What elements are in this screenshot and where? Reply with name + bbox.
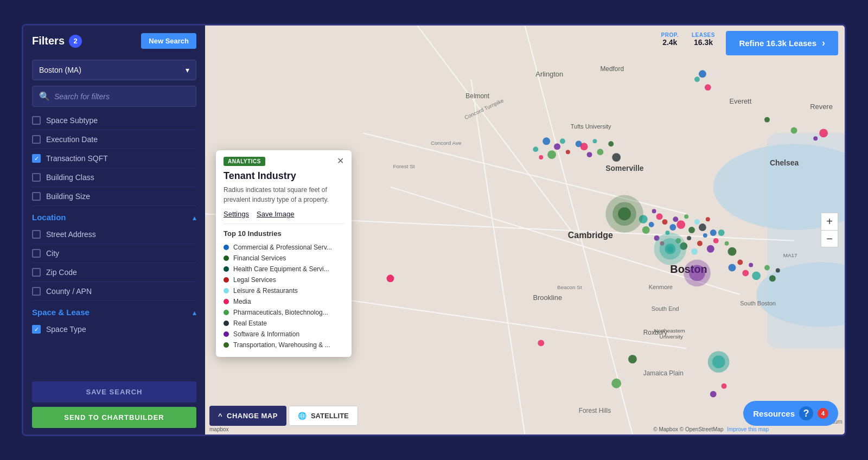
svg-point-78 bbox=[539, 155, 543, 159]
svg-text:Tufts University: Tufts University bbox=[571, 123, 611, 130]
filter-building-size: Building Size bbox=[32, 187, 196, 206]
industry-name: Financial Services bbox=[233, 254, 286, 262]
popup-description: Radius indicates total square feet of pr… bbox=[216, 185, 352, 210]
refine-button[interactable]: Refine 16.3k Leases › bbox=[726, 31, 838, 55]
checkbox-city[interactable] bbox=[32, 249, 41, 258]
industry-dot bbox=[224, 321, 229, 326]
industry-item: Transportation, Warehousing & ... bbox=[224, 340, 344, 350]
sidebar-filters-list: Space Subtype Execution Date Transaction… bbox=[23, 111, 205, 375]
svg-point-110 bbox=[791, 127, 797, 134]
svg-point-82 bbox=[566, 150, 570, 154]
chevron-up-icon-location: ▴ bbox=[193, 213, 196, 222]
popup-actions: Settings Save Image bbox=[216, 210, 352, 223]
svg-point-39 bbox=[649, 222, 654, 227]
filter-label-transaction-sqft: Transaction SQFT bbox=[46, 154, 108, 163]
filter-label-building-class: Building Class bbox=[46, 173, 94, 182]
checkbox-county-apn[interactable] bbox=[32, 287, 41, 296]
section-header-space-lease[interactable]: Space & Lease ▴ bbox=[32, 301, 196, 320]
checkbox-zip-code[interactable] bbox=[32, 268, 41, 277]
svg-point-49 bbox=[688, 227, 695, 233]
svg-point-86 bbox=[593, 139, 597, 143]
svg-point-112 bbox=[819, 129, 828, 137]
industry-item: Leisure & Restaurants bbox=[224, 285, 344, 296]
svg-point-92 bbox=[628, 355, 637, 363]
checkbox-space-subtype[interactable] bbox=[32, 116, 41, 125]
send-chartbuilder-button[interactable]: SEND TO CHARTBUILDER bbox=[32, 407, 196, 428]
industry-dot bbox=[224, 299, 229, 304]
filter-space-subtype: Space Subtype bbox=[32, 111, 196, 130]
filter-label-execution-date: Execution Date bbox=[46, 135, 98, 144]
industry-dot bbox=[224, 310, 229, 315]
market-select-value: Boston (MA) bbox=[39, 66, 81, 74]
svg-text:Somerville: Somerville bbox=[605, 164, 643, 173]
svg-point-47 bbox=[676, 220, 685, 229]
zoom-in-button[interactable]: + bbox=[821, 213, 838, 230]
svg-point-90 bbox=[387, 274, 394, 282]
sidebar-footer: SAVE SEARCH SEND TO CHARTBUILDER bbox=[23, 375, 205, 435]
svg-text:Concord Ave: Concord Ave bbox=[431, 140, 462, 146]
industry-name: Leisure & Restaurants bbox=[233, 287, 298, 295]
search-filters-box[interactable]: 🔍 Search for filters bbox=[32, 86, 196, 107]
industry-dot bbox=[224, 245, 229, 250]
filter-space-type: Space Type bbox=[32, 320, 196, 338]
svg-point-61 bbox=[697, 241, 703, 246]
checkbox-building-class[interactable] bbox=[32, 173, 41, 182]
satellite-button[interactable]: 🌐 SATELLITE bbox=[289, 406, 358, 426]
svg-text:Northeastern: Northeastern bbox=[654, 328, 685, 334]
resources-button[interactable]: Resources ? 4 bbox=[743, 401, 838, 426]
market-select[interactable]: Boston (MA) ▾ bbox=[32, 60, 196, 80]
svg-point-46 bbox=[673, 216, 678, 222]
svg-text:Medford: Medford bbox=[600, 65, 624, 73]
settings-link[interactable]: Settings bbox=[224, 210, 249, 218]
industry-item: Financial Services bbox=[224, 253, 344, 264]
svg-point-108 bbox=[705, 84, 711, 91]
industry-item: Health Care Equipment & Servi... bbox=[224, 264, 344, 274]
svg-point-105 bbox=[722, 384, 727, 389]
svg-point-99 bbox=[752, 271, 761, 280]
section-title-location: Location bbox=[32, 213, 66, 222]
analytics-badge: ANALYTICS bbox=[224, 157, 265, 166]
industry-item: Software & Information bbox=[224, 329, 344, 340]
attribution-text: © Mapbox © OpenStreetMap bbox=[653, 426, 723, 432]
svg-text:Kenmore: Kenmore bbox=[649, 284, 673, 290]
svg-point-107 bbox=[694, 76, 700, 82]
save-image-link[interactable]: Save Image bbox=[257, 210, 294, 218]
section-header-location[interactable]: Location ▴ bbox=[32, 206, 196, 225]
industry-dot bbox=[224, 277, 229, 283]
svg-text:Forest Hills: Forest Hills bbox=[579, 407, 611, 414]
question-icon: ? bbox=[799, 406, 813, 420]
svg-point-97 bbox=[742, 270, 749, 276]
filters-label: Filters bbox=[32, 35, 65, 47]
svg-text:Belmont: Belmont bbox=[465, 92, 489, 100]
checkbox-building-size[interactable] bbox=[32, 192, 41, 201]
change-map-button[interactable]: ^ CHANGE MAP bbox=[209, 406, 286, 426]
industry-name: Media bbox=[233, 298, 251, 305]
close-button[interactable]: ✕ bbox=[337, 157, 344, 165]
svg-point-50 bbox=[694, 219, 700, 225]
refine-button-label: Refine 16.3k Leases bbox=[739, 39, 816, 48]
svg-point-52 bbox=[706, 217, 710, 221]
svg-text:MA17: MA17 bbox=[783, 252, 797, 258]
save-search-button[interactable]: SAVE SEARCH bbox=[32, 381, 196, 403]
svg-point-81 bbox=[560, 138, 565, 144]
zoom-out-button[interactable]: − bbox=[821, 230, 838, 247]
checkbox-street-address[interactable] bbox=[32, 230, 41, 239]
svg-point-64 bbox=[713, 238, 719, 244]
industry-name: Commercial & Professional Serv... bbox=[233, 244, 332, 251]
svg-text:Cambridge: Cambridge bbox=[568, 231, 613, 240]
industry-dot bbox=[224, 288, 229, 293]
checkbox-execution-date[interactable] bbox=[32, 135, 41, 144]
svg-text:Revere: Revere bbox=[810, 103, 833, 111]
svg-point-41 bbox=[652, 209, 656, 213]
mapbox-label: mapbox bbox=[209, 426, 229, 432]
checkbox-transaction-sqft[interactable] bbox=[32, 154, 41, 163]
svg-point-40 bbox=[656, 213, 663, 220]
svg-point-106 bbox=[699, 70, 706, 78]
svg-point-96 bbox=[737, 260, 743, 265]
improve-map-link[interactable]: Improve this map bbox=[727, 426, 769, 432]
checkbox-space-type[interactable] bbox=[32, 325, 41, 334]
industry-item: Legal Services bbox=[224, 274, 344, 285]
new-search-button[interactable]: New Search bbox=[141, 33, 196, 49]
svg-point-79 bbox=[554, 143, 560, 150]
svg-point-44 bbox=[669, 224, 676, 231]
